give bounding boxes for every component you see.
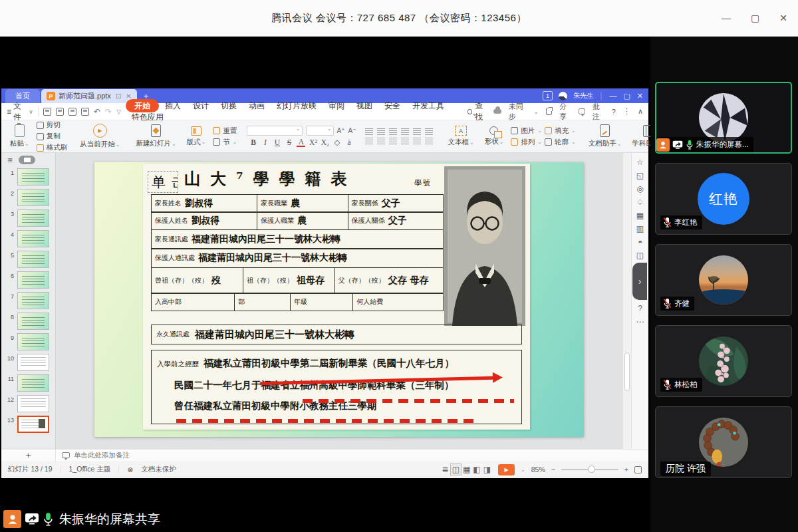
grow-font-button[interactable]: A⁺ <box>337 127 345 134</box>
outline-button[interactable]: 轮廓⌄ <box>545 138 576 147</box>
pin-tab-icon[interactable]: ⊡ <box>116 92 121 100</box>
slide-sorter-icon[interactable]: ▦ <box>462 464 471 475</box>
align-left-icon[interactable] <box>365 138 373 144</box>
print-icon[interactable] <box>68 108 76 116</box>
undo-icon[interactable]: ↶ <box>94 107 100 116</box>
grid-layout-icon[interactable]: ▦ <box>636 211 644 219</box>
justify-icon[interactable] <box>401 138 409 144</box>
slide-thumbnail[interactable]: 3 <box>1 209 55 227</box>
slide-preview[interactable] <box>17 189 49 206</box>
menu-item[interactable]: 视图 <box>350 99 378 112</box>
font-style-button[interactable]: X₂ <box>321 138 329 146</box>
frame-tool-icon[interactable]: ◫ <box>636 251 644 259</box>
font-style-button[interactable]: ā <box>344 138 353 146</box>
slide-preview[interactable] <box>17 271 49 289</box>
protection-status[interactable]: 文档未保护 <box>141 465 176 474</box>
export-icon[interactable] <box>56 108 64 116</box>
slide-preview[interactable] <box>17 354 49 371</box>
wps-restore-button[interactable]: ▢ <box>623 92 630 100</box>
help-panel-icon[interactable]: ? <box>638 305 642 313</box>
slide-thumbnail[interactable]: 4 <box>1 230 55 247</box>
zoom-level[interactable]: 85% <box>531 466 545 473</box>
shapes-tool-icon[interactable]: ◎ <box>636 185 643 193</box>
doc-assistant-button[interactable]: 文档助手⌄ <box>585 124 625 149</box>
help-button[interactable]: ? <box>612 108 616 116</box>
participant-tile[interactable]: 朱振华的屏幕... <box>655 82 792 154</box>
wps-minimize-button[interactable]: — <box>609 92 616 100</box>
scrollbar-thumb[interactable] <box>624 352 630 391</box>
file-menu[interactable]: ≡ 文件 ∨ <box>7 100 33 123</box>
two-pane-view-icon[interactable]: ◧ <box>471 464 481 475</box>
slide-thumbnail[interactable]: 5 <box>1 251 55 268</box>
outline-view-icon[interactable]: ≣ <box>7 156 13 164</box>
slide-thumbnail[interactable]: 1 <box>1 168 55 186</box>
thumbnail-view-toggle[interactable] <box>19 156 35 164</box>
menu-item[interactable]: 切换 <box>215 99 243 112</box>
font-style-button[interactable]: I <box>261 138 269 146</box>
align-center-icon[interactable] <box>377 138 385 144</box>
font-style-button[interactable]: B <box>249 138 257 146</box>
shapes-button[interactable]: 形状⌄ <box>481 126 507 147</box>
slide-thumbnail[interactable]: 8 <box>1 313 55 330</box>
share-button[interactable]: 分享 <box>559 102 571 122</box>
slide-thumbnail[interactable]: 7 <box>1 292 55 309</box>
slide-preview[interactable] <box>17 209 49 227</box>
slide-preview[interactable] <box>17 416 49 433</box>
minimize-button[interactable]: — <box>722 13 731 23</box>
slide-preview[interactable] <box>17 313 49 330</box>
user-avatar[interactable] <box>559 92 567 100</box>
slide-thumbnail[interactable]: 9 <box>1 333 55 350</box>
theme-name[interactable]: 1_Office 主题 <box>69 465 111 474</box>
slide-canvas[interactable]: 单击 山大⁷學學籍表 學號字 <box>56 153 622 449</box>
close-button[interactable]: ✕ <box>779 13 787 23</box>
slide-thumbnail[interactable]: 12 <box>1 395 55 412</box>
slide-preview[interactable] <box>17 168 49 186</box>
paragraph-more-icon[interactable] <box>425 138 433 144</box>
font-style-button[interactable]: A <box>297 138 305 147</box>
stamp-icon[interactable]: ♤ <box>636 198 644 206</box>
reading-view-icon[interactable]: ◨ <box>482 464 492 475</box>
fill-button[interactable]: 填充⌄ <box>545 126 576 136</box>
slide-preview[interactable] <box>17 374 49 392</box>
arrange-button[interactable]: 排列⌄ <box>511 138 542 147</box>
font-size-combobox[interactable] <box>306 126 334 136</box>
chart-tool-icon[interactable]: ▥ <box>636 225 644 233</box>
zoom-in-button[interactable]: + <box>624 466 628 473</box>
menu-item[interactable]: 幻灯片放映 <box>271 99 323 112</box>
layout-button[interactable]: 版式⌄ <box>184 126 209 148</box>
paste-button[interactable]: 粘贴⌄ <box>7 124 33 149</box>
font-style-button[interactable]: X² <box>309 138 317 146</box>
zoom-slider[interactable] <box>561 469 618 470</box>
shrink-font-button[interactable]: A⁻ <box>348 127 356 134</box>
notes-panel-icon[interactable]: ≣ <box>441 464 450 475</box>
menu-item[interactable]: 设计 <box>187 99 215 112</box>
indent-decrease-icon[interactable] <box>389 128 397 135</box>
normal-view-icon[interactable]: ◫ <box>450 464 462 475</box>
menu-item[interactable]: 开发工具 <box>406 99 450 112</box>
slide-title-placeholder[interactable]: 单击 <box>148 171 178 193</box>
font-style-button[interactable]: U <box>273 138 281 146</box>
participant-tile[interactable]: 林松柏 <box>655 325 792 397</box>
maximize-button[interactable]: ▢ <box>751 13 759 23</box>
align-right-icon[interactable] <box>389 138 397 144</box>
participant-tile[interactable]: 齐健 <box>655 244 792 316</box>
play-slideshow-button[interactable]: ▶ <box>498 464 515 475</box>
zoom-slider-knob[interactable] <box>588 466 595 473</box>
new-slide-button[interactable]: 新建幻灯片⌄ <box>132 124 179 149</box>
font-name-combobox[interactable] <box>247 126 303 136</box>
sync-status[interactable]: 未同步 <box>509 102 527 122</box>
vertical-scrollbar[interactable] <box>622 153 631 449</box>
redo-icon[interactable]: ↷ <box>105 107 112 116</box>
format-painter-button[interactable]: 格式刷 <box>37 143 68 152</box>
menu-item[interactable]: 动画 <box>243 99 271 112</box>
export-tool-icon[interactable]: ◓ <box>638 238 642 246</box>
new-slide-plus-button[interactable]: + <box>1 450 56 461</box>
sidebar-collapse-handle[interactable]: › <box>632 263 647 300</box>
slide-thumbnail[interactable]: 6 <box>1 271 55 289</box>
slide-thumbnail[interactable]: 10 <box>1 354 55 371</box>
menu-item[interactable]: 审阅 <box>323 99 350 112</box>
slide-preview[interactable] <box>17 230 49 247</box>
slide-preview[interactable] <box>17 333 49 350</box>
menu-item[interactable]: 安全 <box>378 99 406 112</box>
bullet-list-icon[interactable] <box>365 128 373 135</box>
